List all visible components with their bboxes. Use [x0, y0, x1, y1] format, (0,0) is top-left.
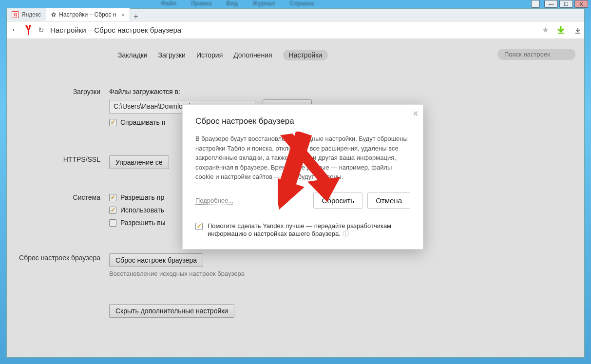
downloads-tray-icon[interactable]: [574, 27, 580, 33]
titlebar-extra-icon[interactable]: [531, 0, 540, 8]
maximize-button[interactable]: ☐: [559, 0, 573, 8]
browser-window: Я Яндекс ✿ Настройки – Сброс н × + ← ↻ Н…: [6, 8, 585, 358]
url-text[interactable]: Настройки – Сброс настроек браузера: [49, 26, 537, 34]
address-bar: ← ↻ Настройки – Сброс настроек браузера …: [7, 21, 584, 39]
dialog-reset-button[interactable]: Сбросить: [313, 192, 362, 209]
download-arrow-icon[interactable]: [557, 26, 565, 34]
gear-icon: ✿: [51, 11, 56, 18]
window-frame: ФайлПравкаВидЖурналСправка — ☐ X Я Яндек…: [0, 0, 591, 364]
tab-settings[interactable]: ✿ Настройки – Сброс н ×: [46, 8, 130, 21]
back-button[interactable]: ←: [11, 25, 19, 35]
new-tab-button[interactable]: +: [130, 12, 142, 21]
help-icon: ⓘ: [343, 230, 349, 237]
svg-rect-0: [558, 33, 564, 34]
reload-button[interactable]: ↻: [38, 26, 44, 35]
dialog-help-checkbox[interactable]: Помогите сделать Yandex лучше — передайт…: [195, 222, 410, 238]
dialog-more-link[interactable]: Подробнее...: [195, 197, 233, 204]
dialog-cancel-button[interactable]: Отмена: [367, 192, 410, 209]
close-button[interactable]: X: [574, 0, 588, 8]
yandex-logo-icon: Я: [12, 11, 19, 18]
dialog-body: В браузере будут восстановлены исходные …: [195, 134, 410, 182]
dialog-close-icon[interactable]: ×: [413, 109, 418, 119]
yandex-y-icon[interactable]: [24, 25, 33, 36]
bookmark-star-icon[interactable]: ★: [542, 25, 549, 35]
reset-dialog: × Сброс настроек браузера В браузере буд…: [182, 104, 423, 249]
tabstrip: Я Яндекс ✿ Настройки – Сброс н × +: [7, 9, 584, 21]
checkbox-icon: [195, 223, 203, 230]
tab-label: Настройки – Сброс н: [59, 11, 116, 18]
minimize-button[interactable]: —: [544, 0, 558, 8]
tab-close-icon[interactable]: ×: [121, 11, 125, 19]
tab-label: Яндекс: [21, 11, 41, 18]
title-blur: ФайлПравкаВидЖурналСправка: [0, 0, 516, 9]
dialog-title: Сброс настроек браузера: [195, 116, 410, 126]
tab-yandex[interactable]: Я Яндекс: [7, 8, 46, 21]
help-text: Помогите сделать Yandex лучше — передайт…: [208, 222, 410, 238]
